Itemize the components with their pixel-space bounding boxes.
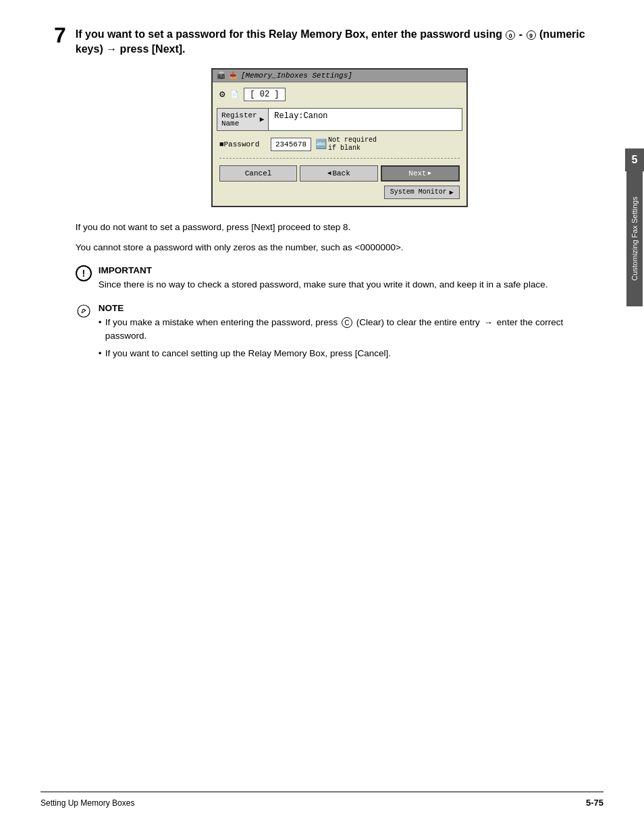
lcd-register-name-label: RegisterName ▶: [217, 108, 269, 131]
key-nine: 9: [527, 30, 536, 40]
lcd-fax-icon: 📠: [217, 72, 225, 80]
note-icon: [76, 303, 92, 319]
footer-right-text: 5-75: [586, 798, 603, 808]
lcd-doc-icon: 📄: [230, 90, 238, 99]
sidebar-container: 5 Customizing Fax Settings: [625, 148, 644, 306]
pencil-icon: [77, 304, 90, 318]
svg-point-0: [78, 305, 90, 317]
lcd-system-monitor-label: System Monitor: [390, 188, 447, 196]
lcd-password-value: 2345678: [271, 138, 311, 151]
lcd-divider: [219, 158, 460, 159]
body-para1: If you do not want to set a password, pr…: [76, 221, 603, 234]
lcd-cancel-button[interactable]: Cancel: [219, 165, 297, 182]
step-number: 7: [54, 24, 66, 46]
back-arrow-icon: ◀: [327, 169, 331, 177]
note-item1-text2: (Clear) to clear the entire entry: [356, 317, 480, 327]
note-content: NOTE If you make a mistake when entering…: [99, 303, 603, 365]
lcd-fields: RegisterName ▶ Relay:Canon: [217, 108, 462, 131]
lcd-body: ⚙ 📄 [ 02 ] RegisterName ▶ Relay:Canon ■P…: [213, 82, 466, 206]
lcd-password-row: ■Password 2345678 🔤 Not requiredif blank: [219, 136, 460, 153]
lcd-system-monitor-button[interactable]: System Monitor ▶: [384, 186, 460, 199]
important-icon: !: [76, 265, 92, 281]
lcd-box-number: [ 02 ]: [244, 88, 285, 101]
key-zero: 0: [506, 30, 515, 40]
footer-left-text: Setting Up Memory Boxes: [41, 798, 134, 808]
note-item2: If you want to cancel setting up the Rel…: [99, 347, 603, 360]
lcd-title-bar: 📠 📥 [Memory_Inboxes Settings]: [213, 70, 466, 82]
chapter-number-badge: 5: [625, 148, 644, 171]
lcd-next-button[interactable]: Next ▶: [381, 165, 460, 182]
page-footer: Setting Up Memory Boxes 5-75: [41, 792, 603, 808]
svg-line-1: [83, 309, 86, 310]
lcd-back-label: Back: [332, 169, 350, 177]
lcd-password-label: ■Password: [219, 140, 267, 148]
note-item1: If you make a mistake when entering the …: [99, 316, 603, 343]
note-item1-text1: If you make a mistake when entering the …: [105, 317, 338, 327]
important-content: IMPORTANT Since there is no way to check…: [99, 265, 603, 292]
lcd-screen: 📠 📥 [Memory_Inboxes Settings] ⚙ 📄 [ 02 ]…: [211, 68, 468, 207]
lcd-next-label: Next: [408, 169, 426, 177]
lcd-back-button[interactable]: ◀ Back: [300, 165, 377, 182]
arrow-inline: →: [484, 316, 493, 329]
note-title: NOTE: [99, 303, 603, 313]
important-box: ! IMPORTANT Since there is no way to che…: [76, 265, 603, 292]
lcd-buttons: Cancel ◀ Back Next ▶: [217, 163, 462, 184]
page-wrapper: 7 If you want to set a password for this…: [0, 0, 644, 828]
lcd-password-note: 🔤 Not requiredif blank: [315, 136, 377, 153]
lcd-inbox-icon: 📥: [229, 72, 237, 80]
important-title: IMPORTANT: [99, 265, 603, 275]
lcd-gear-icon: ⚙: [219, 88, 225, 100]
lcd-system-monitor-arrow: ▶: [450, 188, 454, 196]
next-arrow-icon: ▶: [428, 169, 431, 177]
note-box: NOTE If you make a mistake when entering…: [76, 303, 603, 365]
step-heading: If you want to set a password for this R…: [76, 27, 603, 57]
important-text: Since there is no way to check a stored …: [99, 278, 603, 292]
lcd-register-name-value: Relay:Canon: [269, 108, 462, 131]
lcd-title-text: [Memory_Inboxes Settings]: [241, 72, 352, 80]
clear-symbol: C: [342, 317, 352, 328]
lcd-note-text: Not requiredif blank: [328, 136, 377, 153]
lcd-bottom-bar: System Monitor ▶: [217, 184, 462, 202]
lcd-note-icon: 🔤: [315, 138, 327, 150]
sidebar-label: Customizing Fax Settings: [626, 171, 643, 306]
lcd-row1: ⚙ 📄 [ 02 ]: [217, 86, 462, 103]
body-para2: You cannot store a password with only ze…: [76, 241, 603, 254]
step-section: 7 If you want to set a password for this…: [54, 27, 603, 375]
step-content: If you want to set a password for this R…: [76, 27, 603, 375]
lcd-register-name-row: RegisterName ▶ Relay:Canon: [217, 108, 462, 131]
